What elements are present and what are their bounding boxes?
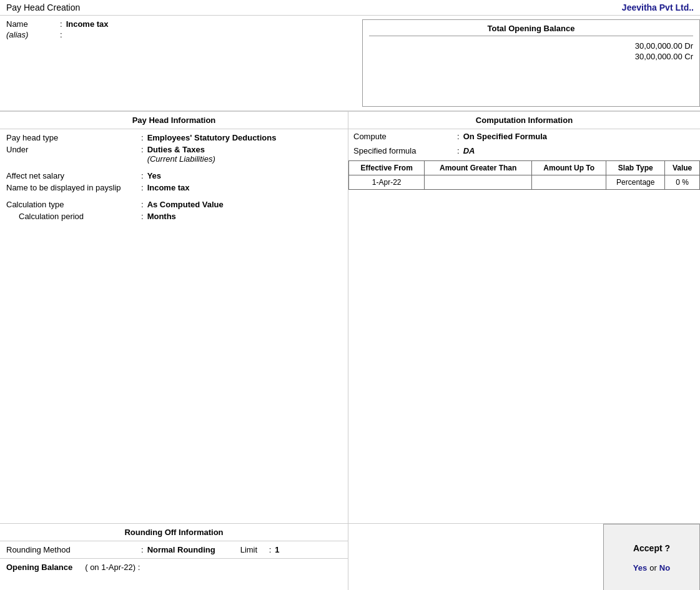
cell-amount_up_to (532, 175, 606, 190)
alias-row: (alias) : (6, 30, 356, 39)
accept-no-button[interactable]: No (659, 563, 670, 573)
cr-balance: 30,00,000.00 Cr (635, 52, 693, 61)
cell-value: 0 % (665, 175, 700, 190)
affect-net-salary-label: Affect net salary (6, 171, 137, 180)
name-alias-section: Name : Income tax (alias) : (6, 19, 356, 107)
calc-type-row: Calculation type : As Computed Value (6, 200, 342, 209)
page-wrapper: Pay Head Creation Jeevitha Pvt Ltd.. Nam… (0, 0, 700, 590)
calc-period-label: Calculation period (6, 212, 137, 221)
col-value: Value (665, 161, 700, 175)
cell-effective_from: 1-Apr-22 (349, 175, 425, 190)
opening-balance-title: Total Opening Balance (369, 24, 693, 36)
main-sections: Pay Head Information Pay head type : Emp… (0, 111, 700, 523)
affect-net-salary-row: Affect net salary : Yes (6, 171, 342, 180)
calc-type-label: Calculation type (6, 200, 137, 209)
header: Pay Head Creation Jeevitha Pvt Ltd.. (0, 0, 700, 16)
opening-balance-box: Total Opening Balance 30,00,000.00 Dr 30… (362, 19, 700, 107)
rounding-info: Rounding Method : Normal Rounding Limit … (0, 541, 348, 558)
col-slab-type: Slab Type (606, 161, 665, 175)
accept-yes-button[interactable]: Yes (633, 563, 647, 573)
accept-title: Accept ? (633, 543, 670, 553)
page-title: Pay Head Creation (6, 2, 80, 12)
pay-head-type-value: Employees' Statutory Deductions (147, 133, 277, 142)
pay-head-type-label: Pay head type (6, 133, 137, 142)
calc-period-colon: : (141, 212, 144, 221)
compute-colon: : (457, 132, 460, 141)
under-label: Under (6, 145, 137, 154)
rounding-limit-value: 1 (275, 545, 279, 554)
table-row: 1-Apr-22Percentage0 % (349, 175, 700, 190)
name-value: Income tax (66, 19, 109, 29)
col-amount-up-to: Amount Up To (532, 161, 606, 175)
under-value: Duties & Taxes (147, 145, 215, 154)
left-panel: Pay Head Information Pay head type : Emp… (0, 112, 348, 523)
col-effective-from: Effective From (349, 161, 425, 175)
alias-colon: : (60, 30, 62, 39)
name-label: Name (6, 19, 56, 29)
slab-table: Effective From Amount Greater Than Amoun… (348, 160, 700, 190)
rounding-method-label: Rounding Method (6, 545, 137, 554)
compute-label: Compute (353, 132, 453, 141)
bottom-right: Accept ? Yes or No (348, 524, 700, 590)
right-panel: Computation Information Compute : On Spe… (348, 112, 700, 523)
dr-balance: 30,00,000.00 Dr (635, 41, 693, 51)
under-value-group: Duties & Taxes (Current Liabilities) (147, 145, 215, 164)
name-colon: : (60, 19, 62, 29)
calc-type-value: As Computed Value (147, 200, 224, 209)
pay-head-info-table: Pay head type : Employees' Statutory Ded… (0, 129, 348, 227)
cell-slab_type: Percentage (606, 175, 665, 190)
col-amount-greater: Amount Greater Than (425, 161, 532, 175)
formula-label: Specified formula (353, 146, 453, 155)
name-row: Name : Income tax (6, 19, 356, 29)
opening-balance-bottom: Opening Balance ( on 1-Apr-22) : (0, 558, 348, 576)
pay-head-type-row: Pay head type : Employees' Statutory Ded… (6, 133, 342, 142)
calc-period-value: Months (147, 212, 176, 221)
cell-amount_greater (425, 175, 532, 190)
comp-section-title: Computation Information (348, 112, 700, 129)
compute-row: Compute : On Specified Formula (348, 129, 700, 144)
rounding-method-value: Normal Rounding (147, 545, 215, 554)
name-payslip-colon: : (141, 183, 144, 192)
name-payslip-value: Income tax (147, 183, 190, 192)
accept-or: or (649, 563, 657, 573)
rounding-method-item: Rounding Method : Normal Rounding (6, 545, 215, 554)
rounding-section: Rounding Off Information Rounding Method… (0, 524, 348, 590)
rounding-limit-colon: : (269, 545, 272, 554)
affect-net-salary-value: Yes (147, 171, 161, 180)
pay-head-section-title: Pay Head Information (0, 112, 348, 129)
formula-colon: : (457, 146, 460, 155)
under-sub: (Current Liabilities) (147, 154, 215, 164)
accept-options: Yes or No (633, 563, 670, 573)
rounding-limit-item: Limit : 1 (240, 545, 280, 554)
under-colon: : (141, 145, 144, 154)
name-payslip-label: Name to be displayed in payslip (6, 183, 137, 192)
pay-head-type-colon: : (141, 133, 144, 142)
formula-value: DA (463, 146, 475, 155)
company-name: Jeevitha Pvt Ltd.. (622, 2, 694, 12)
calc-type-colon: : (141, 200, 144, 209)
rounding-limit-label: Limit (240, 545, 265, 554)
rounding-method-colon: : (141, 545, 144, 554)
ob-label: Opening Balance (6, 563, 72, 572)
name-payslip-row: Name to be displayed in payslip : Income… (6, 183, 342, 192)
affect-net-salary-colon: : (141, 171, 144, 180)
calc-period-row: Calculation period : Months (6, 212, 342, 221)
alias-label: (alias) (6, 30, 56, 39)
ob-detail: ( on 1-Apr-22) : (85, 563, 140, 572)
cr-balance-row: 30,00,000.00 Cr (369, 52, 693, 61)
top-section: Name : Income tax (alias) : Total Openin… (0, 16, 700, 111)
compute-value: On Specified Formula (463, 132, 547, 141)
bottom-area: Rounding Off Information Rounding Method… (0, 523, 700, 590)
formula-row: Specified formula : DA (348, 144, 700, 158)
under-row: Under : Duties & Taxes (Current Liabilit… (6, 145, 342, 164)
accept-box: Accept ? Yes or No (603, 524, 700, 590)
rounding-title: Rounding Off Information (0, 524, 348, 541)
dr-balance-row: 30,00,000.00 Dr (369, 41, 693, 51)
